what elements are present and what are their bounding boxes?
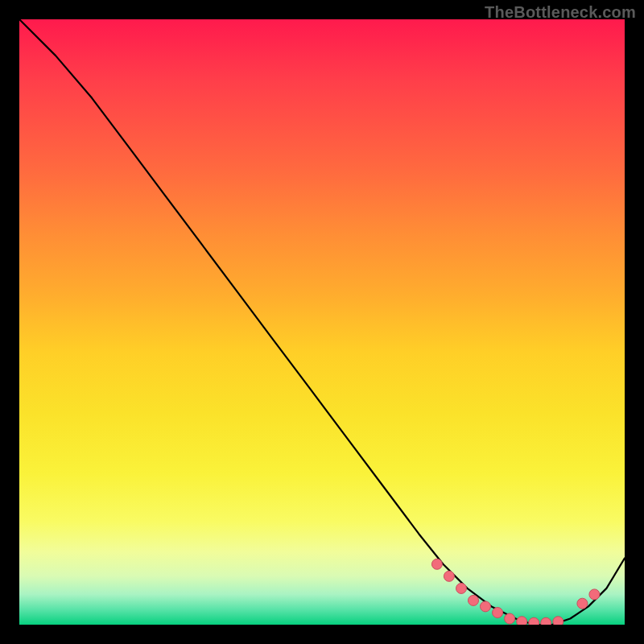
curve-marker [493, 608, 503, 618]
chart-svg [19, 19, 625, 625]
chart-stage: TheBottleneck.com [0, 0, 644, 644]
curve-marker [481, 601, 491, 612]
curve-marker [589, 589, 600, 600]
curve-marker [577, 598, 588, 609]
curve-marker [505, 613, 515, 624]
curve-marker [553, 617, 564, 625]
curve-marker [541, 617, 551, 625]
bottleneck-curve [19, 19, 625, 625]
curve-marker [469, 595, 479, 605]
plot-area [19, 19, 625, 625]
curve-marker [529, 617, 539, 625]
curve-marker [517, 617, 527, 625]
curve-marker [456, 583, 467, 593]
curve-marker [431, 559, 442, 569]
curve-marker [444, 571, 454, 581]
